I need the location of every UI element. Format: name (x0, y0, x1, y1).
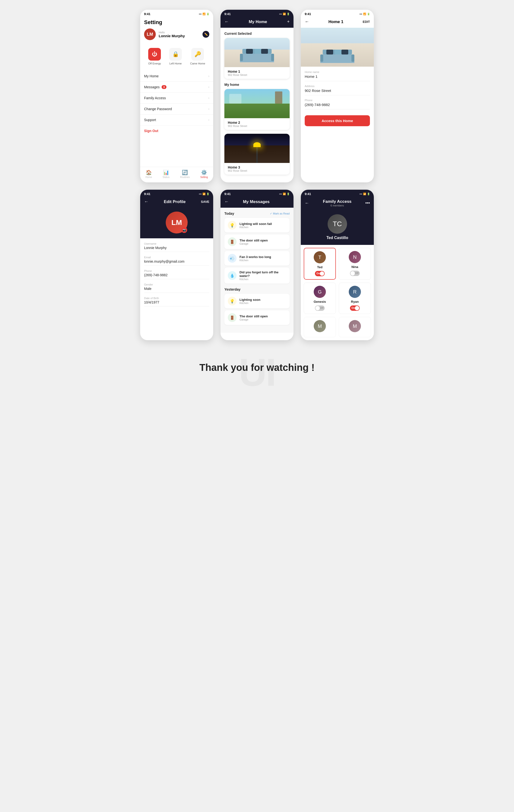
sign-out-btn[interactable]: Sign Out (140, 125, 213, 136)
username-value: Lonnie Murphy (144, 246, 209, 250)
msg-door-title: The door still open (240, 238, 286, 242)
email-value: lonnie.murphy@gmail.com (144, 259, 209, 263)
edit-link[interactable]: EDIT (362, 20, 370, 24)
back-icon-2[interactable]: ← (224, 19, 229, 24)
chevron-icon-2: › (208, 96, 209, 100)
genesis-toggle[interactable]: Off (315, 306, 325, 311)
came-home-label: Came Home (190, 62, 205, 65)
status-icons-4: ▪▪▪ 📶 🔋 (199, 193, 209, 195)
featured-avatar: TC (328, 214, 347, 234)
nina-avatar: N (349, 251, 361, 263)
home-card-3[interactable]: Home 3 902 Rose Street (224, 134, 290, 175)
user-name: Lonnie Murphy (159, 34, 209, 38)
member-card-6[interactable]: M (339, 317, 371, 337)
field-phone: Phone (269)-748-9882 (305, 99, 370, 110)
back-icon-3[interactable]: ← (305, 19, 309, 24)
back-icon-6[interactable]: ← (305, 201, 309, 206)
msg-door-body: The door still open Garage (240, 238, 286, 245)
nina-toggle-label: Off (355, 272, 358, 274)
address-value: 902 Rose Street (305, 89, 370, 93)
home2-name: Home 2 (228, 121, 286, 124)
ryan-avatar: R (349, 286, 361, 298)
pillow-3-l (342, 50, 348, 55)
camera-badge[interactable]: 📷 (181, 227, 187, 233)
came-home-btn[interactable]: 🔑 Came Home (190, 48, 205, 65)
home-card-2[interactable]: Home 2 902 Rose Street (224, 89, 290, 130)
off-energy-btn[interactable]: ⏻ Off Energy (148, 48, 161, 65)
home1-image (224, 38, 290, 67)
left-home-btn[interactable]: 🔒 Left Home (169, 48, 182, 65)
msg-door-y-body: The door still open Garage (240, 314, 286, 321)
chevron-icon-4: › (208, 118, 209, 122)
nav-routines[interactable]: 🔄 Routines (180, 170, 190, 178)
family-header-center: Family Access 6 members (309, 199, 365, 207)
msg-fan-today[interactable]: 💨 Fan 3 works too long Kitchen (224, 251, 290, 266)
nina-toggle[interactable]: Off (350, 271, 360, 276)
home-content: Current Selected Home 1 902 Rose (220, 28, 294, 182)
member-card-genesis[interactable]: G Genesis Off (304, 283, 336, 314)
back-icon-4[interactable]: ← (144, 199, 148, 204)
chevron-icon-1: › (208, 85, 209, 89)
home1-header: ← Home 1 EDIT (301, 17, 374, 28)
msg-door-y-icon: 🚪 (228, 313, 237, 322)
pillow-1-l (326, 50, 333, 55)
home3-addr: 902 Rose Street (228, 169, 286, 172)
chevron-icon-3: › (208, 107, 209, 111)
menu-item-support[interactable]: Support › (140, 115, 213, 125)
ted-toggle-knob (320, 271, 324, 276)
username-label: Username (144, 242, 209, 245)
member-card-ted[interactable]: T Ted On (304, 248, 336, 280)
add-icon-2[interactable]: + (287, 19, 290, 24)
ryan-toggle-label: On (351, 307, 355, 309)
time-4: 9:41 (144, 192, 151, 196)
edit-pencil-btn[interactable]: ✏️ (202, 31, 209, 38)
home2-info: Home 2 902 Rose Street (224, 118, 290, 130)
mark-as-read-btn[interactable]: ✓ Mark as Read (270, 212, 290, 215)
msg-door-sub: Garage (240, 242, 286, 245)
msg-lighting-sub: Kitchen (240, 226, 286, 229)
menu-item-changepassword[interactable]: Change Password › (140, 104, 213, 115)
genesis-toggle-label: Off (320, 307, 323, 309)
member-card-ryan[interactable]: R Ryan On (339, 283, 371, 314)
ryan-toggle[interactable]: On (350, 306, 360, 311)
sofa-body-l (320, 55, 354, 63)
nav-setting[interactable]: ⚙️ Setting (200, 170, 208, 178)
msg-lighting-y-title: Lighting soon (240, 298, 286, 301)
member-card-nina[interactable]: N Nina Off (339, 248, 371, 280)
settings-user: LM Hello Lonnie Murphy ✏️ (144, 28, 209, 40)
msg-lighting-today[interactable]: 💡 Lighting will soon fail Kitchen (224, 218, 290, 232)
access-home-btn[interactable]: Access this Home (305, 115, 370, 126)
myhome-title: My Home (249, 20, 267, 24)
msg-door-y-title: The door still open (240, 314, 286, 318)
menu-item-familyaccess[interactable]: Family Access › (140, 93, 213, 104)
nav-status[interactable]: 📊 Status (163, 170, 169, 178)
msg-door-today[interactable]: 🚪 The door still open Garage (224, 234, 290, 249)
home-card-1[interactable]: Home 1 902 Rose Street (224, 38, 290, 79)
status-icons-2: ▪▪▪ 📶 🔋 (279, 13, 290, 15)
battery-icon-4: 🔋 (207, 193, 209, 195)
back-icon-5[interactable]: ← (224, 199, 229, 204)
msg-water-today[interactable]: 💧 Did you forget turn off the water? Kit… (224, 267, 290, 284)
battery-icon-6: 🔋 (367, 193, 370, 195)
save-profile-btn[interactable]: SAVE (201, 200, 209, 204)
nav-routines-label: Routines (180, 176, 190, 178)
left-home-label: Left Home (169, 62, 182, 65)
dots-menu-btn[interactable]: ••• (365, 201, 370, 206)
ted-toggle[interactable]: On (315, 271, 325, 276)
family-subtitle: 6 members (309, 204, 365, 207)
member-card-5[interactable]: M (304, 317, 336, 337)
nav-home[interactable]: 🏠 Home (145, 170, 152, 178)
menu-list: My Home › Messages 3 › Family Access › C… (140, 71, 213, 125)
menu-item-messages[interactable]: Messages 3 › (140, 82, 213, 93)
menu-item-myhome[interactable]: My Home › (140, 71, 213, 82)
time-1: 9:41 (144, 12, 151, 16)
pillow-2-l (335, 50, 342, 55)
sofa-arm-l-l (320, 55, 323, 62)
wifi-icon-3: 📶 (363, 13, 366, 15)
sofa-arm-right (271, 54, 274, 61)
msg-door-yesterday[interactable]: 🚪 The door still open Garage (224, 310, 290, 325)
msg-lighting-yesterday[interactable]: 💡 Lighting soon Kitchen (224, 294, 290, 308)
pillow-1 (246, 49, 253, 54)
myhome-header: ← My Home + (220, 17, 294, 28)
dob-label: Date of Birth (144, 297, 209, 299)
